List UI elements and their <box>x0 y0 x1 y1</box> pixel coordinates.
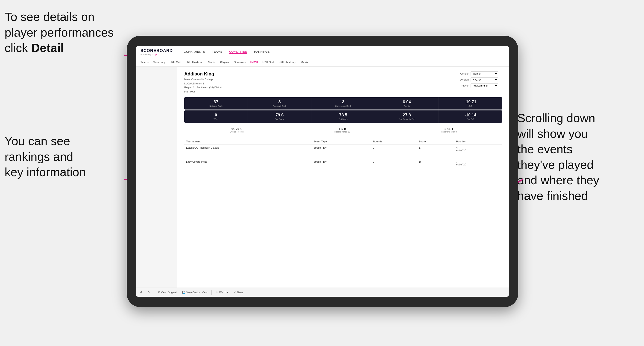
tab-summary[interactable]: Summary <box>153 60 165 65</box>
tab-h2h-heatmap[interactable]: H2H Heatmap <box>186 60 204 65</box>
player-header: Addison King Mesa Community College NJCA… <box>184 71 502 94</box>
player-year: First Year <box>184 90 222 94</box>
annotation-detail-bold: Detail <box>31 41 64 54</box>
record-overall-value: 91-20-1 <box>230 127 244 131</box>
row2-position: 7out of 20 <box>454 159 502 168</box>
tournament-table: Tournament Event Type Rounds Score Posit… <box>184 139 502 168</box>
watch-icon: 👁 <box>216 291 218 294</box>
player-division: NJCAA Division 1 <box>184 82 222 86</box>
stat-sos: -19.71 SoS <box>439 97 502 110</box>
player-label: Player <box>456 84 469 87</box>
stat-regional-rank-label: Regional Rank <box>250 105 309 107</box>
table-row <box>184 154 502 159</box>
player-info: Addison King Mesa Community College NJCA… <box>184 71 222 94</box>
stat-avg-score-par-value: 27.8 <box>377 113 437 118</box>
watch-btn[interactable]: 👁 Watch ▾ <box>214 290 230 295</box>
stat-avg-score-par: 27.8 Avg Score to Par <box>375 110 439 123</box>
filter-player: Player Addison King <box>456 83 502 88</box>
gender-select[interactable]: Women Men <box>470 71 498 76</box>
filter-gender: Gender Women Men <box>456 71 502 76</box>
view-original-label: View: Original <box>161 291 177 294</box>
tab-matrix2[interactable]: Matrix <box>301 60 308 65</box>
tablet-frame: SCOREBOARD Powered by clippd TOURNAMENTS… <box>127 36 518 307</box>
table-row: Estella CC- Mountain Classic Stroke Play… <box>184 145 502 154</box>
table-head: Tournament Event Type Rounds Score Posit… <box>184 139 502 145</box>
tab-players[interactable]: Players <box>220 60 229 65</box>
record-top50: 5-11-1 Record vs top 50 <box>441 127 457 133</box>
tab-teams[interactable]: Teams <box>140 60 148 65</box>
nav-committee[interactable]: COMMITTEE <box>229 50 247 54</box>
share-label: Share <box>236 291 243 294</box>
stat-avg-score: 79.6 Avg Score <box>248 110 312 123</box>
col-event-type: Event Type <box>312 139 371 145</box>
row1-spacer <box>184 154 502 159</box>
stat-regional-rank-value: 3 <box>250 100 309 104</box>
records-row: 91-20-1 Overall Record 1-5-0 Record vs t… <box>184 125 502 135</box>
table-row: Lady Coyote Invite Stroke Play 2 16 7out… <box>184 159 502 168</box>
col-tournament: Tournament <box>184 139 312 145</box>
logo-area: SCOREBOARD Powered by clippd <box>140 48 173 56</box>
col-position: Position <box>454 139 502 145</box>
row2-event-type: Stroke Play <box>312 159 371 168</box>
annotation-r-3: the events <box>517 142 572 156</box>
share-icon: ↗ <box>234 291 236 294</box>
main-content: Addison King Mesa Community College NJCA… <box>136 67 509 288</box>
stats-row1: 37 National Rank 3 Regional Rank 3 Confe… <box>184 97 502 110</box>
stat-wins: 0 Wins <box>184 110 248 123</box>
view-original-icon: ⊞ <box>158 291 160 294</box>
undo-btn[interactable]: ↺ <box>139 290 144 295</box>
annotation-r-1: Scrolling down <box>517 111 595 125</box>
nav-tournaments[interactable]: TOURNAMENTS <box>182 50 205 54</box>
stat-adj-score-value: 78.5 <box>313 113 373 118</box>
share-btn[interactable]: ↗ Share <box>232 290 244 295</box>
record-overall: 91-20-1 Overall Record <box>230 127 244 133</box>
secondary-nav: Teams Summary H2H Grid H2H Heatmap Matri… <box>136 58 509 67</box>
table-header-row: Tournament Event Type Rounds Score Posit… <box>184 139 502 145</box>
watch-label: Watch ▾ <box>219 291 228 294</box>
tab-matrix[interactable]: Matrix <box>208 60 216 65</box>
nav-rankings[interactable]: RANKINGS <box>254 50 270 54</box>
stat-avg-sg-label: Avg SG <box>440 118 500 120</box>
logo-sub: Powered by clippd <box>140 53 173 56</box>
row2-tournament: Lady Coyote Invite <box>184 159 312 168</box>
division-select[interactable]: NJCAA I NJCAA II <box>470 77 498 82</box>
main-nav: TOURNAMENTS TEAMS COMMITTEE RANKINGS <box>182 50 270 54</box>
annotation-r-2: will show you <box>517 127 588 140</box>
tab-summary2[interactable]: Summary <box>234 60 246 65</box>
tab-h2h-heatmap2[interactable]: H2H Heatmap <box>278 60 296 65</box>
nav-teams[interactable]: TEAMS <box>212 50 222 54</box>
player-filters: Gender Women Men Division NJCAA I NJCAA … <box>456 71 502 94</box>
record-top50-value: 5-11-1 <box>441 127 457 131</box>
stat-avg-sg: -10.14 Avg SG <box>439 110 502 123</box>
bottom-toolbar: ↺ ↻ ⊞ View: Original 💾 Save Custom View … <box>136 288 509 297</box>
annotation-bl-3: key information <box>4 166 86 179</box>
toolbar-sep1 <box>154 290 154 295</box>
annotation-r-4: they've played <box>517 158 594 172</box>
stat-regional-rank: 3 Regional Rank <box>248 97 312 110</box>
gender-label: Gender <box>456 72 469 75</box>
stat-conference-rank-value: 3 <box>313 100 373 104</box>
record-top25-label: Record vs top 25 <box>334 131 350 133</box>
stat-points: 6.04 Points <box>375 97 439 110</box>
division-label: Division <box>456 78 469 81</box>
stat-points-label: Points <box>377 105 437 107</box>
tab-h2h-grid2[interactable]: H2H Grid <box>262 60 274 65</box>
stat-avg-sg-value: -10.14 <box>440 113 500 118</box>
player-select[interactable]: Addison King <box>470 83 498 88</box>
save-custom-view-btn[interactable]: 💾 Save Custom View <box>181 290 209 295</box>
stat-adj-score-label: Adj Score <box>313 118 373 120</box>
tab-detail[interactable]: Detail <box>250 60 258 65</box>
col-rounds: Rounds <box>371 139 417 145</box>
view-original-btn[interactable]: ⊞ View: Original <box>157 290 178 295</box>
stat-points-value: 6.04 <box>377 100 437 104</box>
stat-national-rank: 37 National Rank <box>184 97 248 110</box>
redo-btn[interactable]: ↻ <box>146 290 151 295</box>
stat-wins-label: Wins <box>186 118 246 120</box>
stat-sos-value: -19.71 <box>440 100 500 104</box>
annotation-bl-1: You can see <box>4 134 70 148</box>
tab-h2h-grid[interactable]: H2H Grid <box>170 60 181 65</box>
logo-text: SCOREBOARD <box>140 48 173 53</box>
col-score: Score <box>417 139 454 145</box>
top-nav: SCOREBOARD Powered by clippd TOURNAMENTS… <box>136 46 509 58</box>
annotation-right: Scrolling down will show you the events … <box>517 110 637 204</box>
